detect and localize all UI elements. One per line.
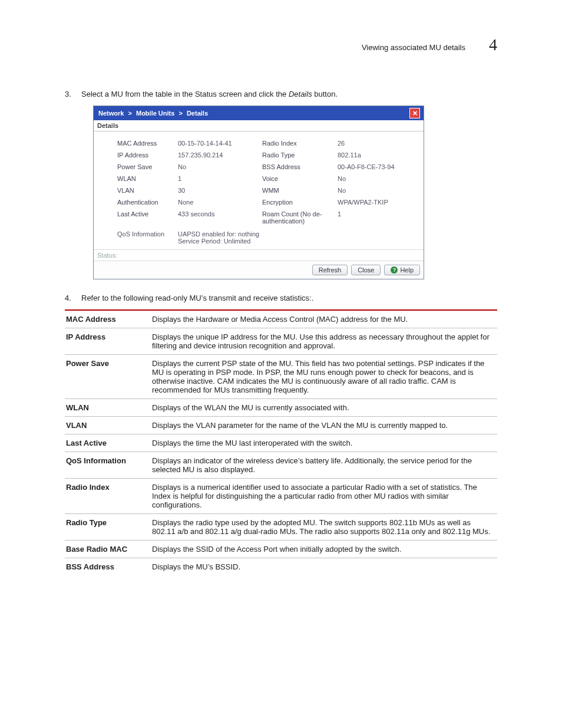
description: Displays an indicator of the wireless de… [152,452,497,479]
titlebar: Network > Mobile Units > Details ✕ [94,106,424,120]
label-radio-type: Radio Type [262,151,333,159]
table-row: WLANDisplays of the WLAN the MU is curre… [65,399,497,417]
value-bss: 00-A0-F8-CE-73-94 [338,163,414,170]
table-row: Radio IndexDisplays is a numerical ident… [65,479,497,514]
description: Displays the SSID of the Access Port whe… [152,541,497,558]
close-icon[interactable]: ✕ [409,108,420,118]
value-vlan: 30 [178,187,257,194]
step-number: 3. [65,90,81,98]
step-number: 4. [65,294,81,302]
label-vlan: VLAN [117,187,173,194]
value-power-save: No [178,163,257,170]
label-ip: IP Address [117,151,173,159]
table-row: Power SaveDisplays the current PSP state… [65,355,497,399]
table-row: IP AddressDisplays the unique IP address… [65,328,497,355]
description: Displays the current PSP state of the MU… [152,355,497,399]
details-window: Network > Mobile Units > Details ✕ Detai… [93,106,424,279]
description: Displays the radio type used by the adop… [152,514,497,541]
label-auth: Authentication [117,199,173,206]
description: Displays the unique IP address for the M… [152,328,497,355]
label-wmm: WMM [262,187,333,194]
value-voice: No [338,175,414,182]
term: Power Save [65,355,152,399]
label-encryption: Encryption [262,199,333,206]
crumb-mobile-units[interactable]: Mobile Units [136,110,174,117]
label-voice: Voice [262,175,333,182]
label-bss: BSS Address [262,163,333,170]
value-wmm: No [338,187,414,194]
definitions-table: MAC AddressDisplays the Hardware or Medi… [65,309,497,575]
step-3: 3. Select a MU from the table in the Sta… [65,90,497,98]
term: Radio Index [65,479,152,514]
table-row: QoS InformationDisplays an indicator of … [65,452,497,479]
table-row: Radio TypeDisplays the radio type used b… [65,514,497,541]
description: Displays is a numerical identifier used … [152,479,497,514]
label-roam-count: Roam Count (No de-authentication) [262,210,333,225]
value-wlan: 1 [178,175,257,182]
crumb-network[interactable]: Network [98,110,124,117]
term: MAC Address [65,310,152,328]
value-last-active: 433 seconds [178,210,257,218]
button-row: Refresh Close ? Help [94,261,424,279]
label-power-save: Power Save [117,163,173,170]
details-body: MAC Address 00-15-70-14-14-41 Radio Inde… [94,131,424,249]
label-radio-index: Radio Index [262,140,333,147]
help-button[interactable]: ? Help [384,265,420,275]
close-button[interactable]: Close [351,265,381,275]
term: Radio Type [65,514,152,541]
value-qos: UAPSD enabled for: nothing Service Perio… [178,230,412,245]
value-auth: None [178,199,257,206]
page-header: Viewing associated MU details 4 [65,35,497,54]
value-roam-count: 1 [338,210,414,218]
term: QoS Information [65,452,152,479]
tab-details[interactable]: Details [94,120,424,131]
table-row: Base Radio MACDisplays the SSID of the A… [65,541,497,558]
step-text: Refer to the following read-only MU’s tr… [81,294,313,302]
term: IP Address [65,328,152,355]
step-text: Select a MU from the table in the Status… [81,90,338,98]
value-radio-index: 26 [338,140,414,147]
breadcrumb: Network > Mobile Units > Details [97,110,209,117]
step-4: 4. Refer to the following read-only MU’s… [65,294,497,302]
description: Displays the VLAN parameter for the name… [152,417,497,434]
label-qos: QoS Information [117,230,173,245]
label-mac: MAC Address [117,140,173,147]
description: Displays the time the MU last interopera… [152,434,497,452]
description: Displays the Hardware or Media Access Co… [152,310,497,328]
table-row: Last ActiveDisplays the time the MU last… [65,434,497,452]
term: Base Radio MAC [65,541,152,558]
value-encryption: WPA/WPA2-TKIP [338,199,414,206]
value-mac: 00-15-70-14-14-41 [178,140,257,147]
header-title: Viewing associated MU details [362,43,465,52]
help-icon: ? [391,266,398,274]
refresh-button[interactable]: Refresh [312,265,348,275]
term: VLAN [65,417,152,434]
value-radio-type: 802.11a [338,151,414,159]
term: WLAN [65,399,152,417]
table-row: VLANDisplays the VLAN parameter for the … [65,417,497,434]
status-bar: Status: [94,249,424,261]
crumb-details: Details [187,110,208,117]
term: BSS Address [65,558,152,576]
description: Displays of the WLAN the MU is currently… [152,399,497,417]
label-last-active: Last Active [117,210,173,218]
description: Displays the MU’s BSSID. [152,558,497,576]
table-row: MAC AddressDisplays the Hardware or Medi… [65,310,497,328]
term: Last Active [65,434,152,452]
value-ip: 157.235.90.214 [178,151,257,159]
label-wlan: WLAN [117,175,173,182]
chapter-number: 4 [489,35,497,54]
table-row: BSS AddressDisplays the MU’s BSSID. [65,558,497,576]
